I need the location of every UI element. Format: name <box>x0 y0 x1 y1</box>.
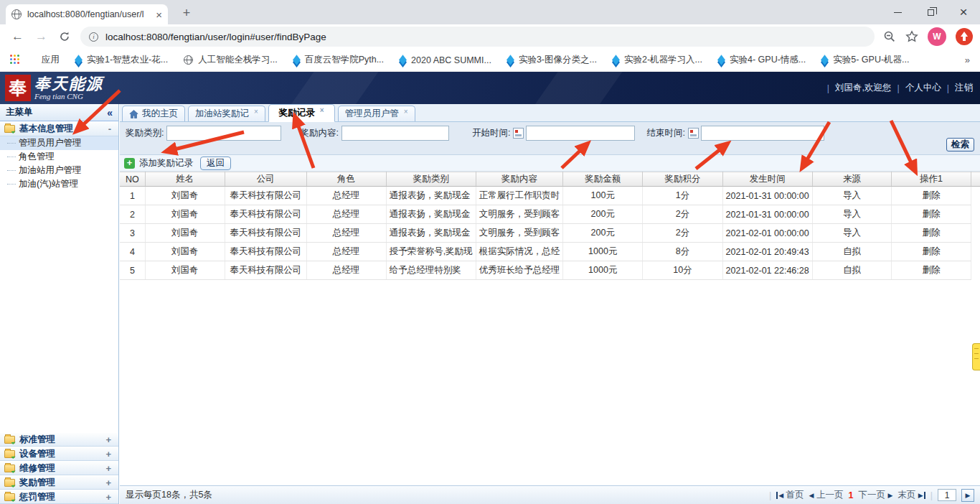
table-row[interactable]: 5 刘国奇 奉天科技有限公司 总经理 给予总经理特别奖 优秀班长给予总经理 10… <box>120 261 980 280</box>
bookmark-star-icon[interactable] <box>905 30 918 43</box>
apps-label[interactable]: 应用 <box>37 54 60 66</box>
pagination-next[interactable]: 下一页 ▶ <box>858 489 892 501</box>
end-time-input[interactable] <box>701 126 824 141</box>
pagination-last[interactable]: 末页 ▶ <box>897 489 925 501</box>
bookmarks-overflow-chevron[interactable]: » <box>965 55 970 65</box>
calendar-icon[interactable] <box>688 128 699 139</box>
bookmark-item[interactable]: 2020 ABC SUMMI... <box>400 55 491 65</box>
column-header-role[interactable]: 角色 <box>306 172 386 187</box>
logout-link[interactable]: 注销 <box>955 82 973 94</box>
table-row[interactable]: 3 刘国奇 奉天科技有限公司 总经理 通报表扬，奖励现金 文明服务，受到顾客 2… <box>120 224 980 243</box>
reward-content-input[interactable] <box>341 126 449 141</box>
browser-tab[interactable]: localhost:8080/fengtian/user/l × <box>6 4 168 24</box>
sidebar-item-station-mgmt[interactable]: 加油(汽)站管理 <box>0 177 118 191</box>
reward-type-input[interactable] <box>166 126 281 141</box>
page-info-icon[interactable]: i <box>89 32 98 42</box>
column-header-occur-time[interactable]: 发生时间 <box>722 172 812 187</box>
url-field[interactable]: i localhost:8080/fengtian/user/login#use… <box>80 27 875 47</box>
window-close-button[interactable]: × <box>947 0 980 24</box>
table-row[interactable]: 1 刘国奇 奉天科技有限公司 总经理 通报表扬，奖励现金 正常履行工作职责时 1… <box>120 187 980 205</box>
sidebar-group-punishments[interactable]: 惩罚管理+ <box>0 490 118 504</box>
tab-close-icon[interactable]: × <box>404 108 408 116</box>
apps-grid-icon[interactable] <box>10 55 21 65</box>
forward-button[interactable]: → <box>35 29 47 44</box>
column-header-name[interactable]: 姓名 <box>145 172 225 187</box>
window-minimize-button[interactable] <box>881 0 914 24</box>
pagination-first[interactable]: ◀ 首页 <box>776 489 804 501</box>
refresh-icon[interactable] <box>59 31 70 42</box>
profile-avatar[interactable]: W <box>928 27 946 46</box>
expand-plus-icon[interactable]: + <box>105 434 111 445</box>
bookmark-label: 2020 ABC SUMMI... <box>411 55 491 65</box>
sidebar-group-equipment[interactable]: 设备管理+ <box>0 447 118 461</box>
bookmark-item[interactable]: 实验1-智慧农业-花... <box>75 54 168 66</box>
expand-plus-icon[interactable]: + <box>105 449 111 459</box>
extension-icon[interactable] <box>956 28 973 45</box>
cell-reward-amount: 1000元 <box>563 243 643 261</box>
back-button[interactable]: ← <box>11 29 24 44</box>
sidebar-item-role-mgmt[interactable]: 角色管理 <box>0 150 118 164</box>
profile-center-link[interactable]: 个人中心 <box>905 82 941 94</box>
expand-plus-icon[interactable]: + <box>105 492 111 503</box>
sidebar-item-admin-user-mgmt[interactable]: 管理员用户管理 <box>0 136 118 150</box>
column-header-company[interactable]: 公司 <box>225 172 306 187</box>
cell-occur-time: 2021-01-31 00:00:00 <box>722 187 812 205</box>
window-restore-button[interactable] <box>914 0 947 24</box>
column-header-no[interactable]: NO <box>120 172 145 187</box>
table-row[interactable]: 4 刘国奇 奉天科技有限公司 总经理 授予荣誉称号,奖励现 根据实际情况，总经 … <box>120 243 980 261</box>
sidebar-group-rewards[interactable]: 奖励管理+ <box>0 475 118 490</box>
sidebar-group-maintenance[interactable]: 维修管理+ <box>0 461 118 475</box>
sidebar-item-label: 管理员用户管理 <box>19 137 82 149</box>
delete-link[interactable]: 删除 <box>892 187 971 205</box>
tab-close-icon[interactable]: × <box>156 9 162 21</box>
collapse-minus-icon[interactable]: - <box>108 123 111 134</box>
bookmark-item[interactable]: 实验3-图像分类之... <box>507 54 597 66</box>
search-button[interactable]: 检索 <box>946 138 974 151</box>
delete-link[interactable]: 删除 <box>892 224 971 243</box>
new-tab-button[interactable]: + <box>178 6 195 21</box>
bookmark-item[interactable]: 百度云智学院Pyth... <box>293 54 384 66</box>
bookmark-item[interactable]: 实验5- GPU-机器... <box>821 54 909 66</box>
url-text[interactable]: localhost:8080/fengtian/user/login#user/… <box>105 32 326 42</box>
zoom-out-icon[interactable] <box>883 30 896 43</box>
expand-plus-icon[interactable]: + <box>105 463 111 474</box>
add-reward-record-button[interactable]: 添加奖励记录 <box>139 157 193 169</box>
column-header-source[interactable]: 来源 <box>812 172 892 187</box>
back-button[interactable]: 返回 <box>200 157 231 170</box>
tab-close-icon[interactable]: × <box>254 108 258 116</box>
delete-link[interactable]: 删除 <box>892 261 971 280</box>
sidebar-collapse-icon[interactable]: « <box>107 107 113 118</box>
side-widget-handle[interactable] <box>972 343 980 370</box>
bookmark-item[interactable]: 实验2-机器学习入... <box>613 54 702 66</box>
tab-my-home[interactable]: 我的主页 <box>122 106 185 121</box>
column-header-action[interactable]: 操作1 <box>892 172 971 187</box>
delete-link[interactable]: 删除 <box>892 205 971 224</box>
sidebar-group-basic-info[interactable]: 基本信息管理 - <box>0 121 118 136</box>
column-header-reward-type[interactable]: 奖励类别 <box>386 172 476 187</box>
bookmark-item[interactable]: 人工智能全栈学习... <box>184 54 277 66</box>
start-time-input[interactable] <box>526 126 635 141</box>
page-number-input[interactable] <box>938 489 956 501</box>
expand-plus-icon[interactable]: + <box>105 477 111 488</box>
delete-link[interactable]: 删除 <box>892 243 971 261</box>
table-row[interactable]: 2 刘国奇 奉天科技有限公司 总经理 通报表扬，奖励现金 文明服务，受到顾客 2… <box>120 205 980 224</box>
bookmark-item[interactable]: 实验4- GPU-情感... <box>718 54 806 66</box>
tab-station-reward-records[interactable]: 加油站奖励记 × <box>188 106 265 121</box>
column-header-reward-amount[interactable]: 奖励金额 <box>563 172 643 187</box>
go-to-page-button[interactable]: ▶ <box>961 489 974 502</box>
reward-type-label: 奖励类别: <box>126 127 164 139</box>
tab-close-icon[interactable]: × <box>320 106 324 114</box>
sidebar-group-standards[interactable]: 标准管理+ <box>0 432 118 447</box>
calendar-icon[interactable] <box>513 128 524 139</box>
column-header-reward-content[interactable]: 奖励内容 <box>476 172 563 187</box>
tab-admin-user-mgmt[interactable]: 管理员用户管 × <box>338 106 415 121</box>
column-header-reward-points[interactable]: 奖励积分 <box>643 172 722 187</box>
sidebar-item-station-user-mgmt[interactable]: 加油站用户管理 <box>0 164 118 177</box>
pagination-prev[interactable]: ◀ 上一页 <box>809 489 844 501</box>
add-icon[interactable]: + <box>124 158 135 169</box>
sidebar-title: 主菜单 <box>6 106 107 118</box>
tab-label: 我的主页 <box>142 108 178 120</box>
cell-reward-type: 通报表扬，奖励现金 <box>386 187 476 205</box>
tab-reward-records[interactable]: 奖励记录 × <box>268 104 335 122</box>
bookmark-label: 实验5- GPU-机器... <box>833 54 909 66</box>
